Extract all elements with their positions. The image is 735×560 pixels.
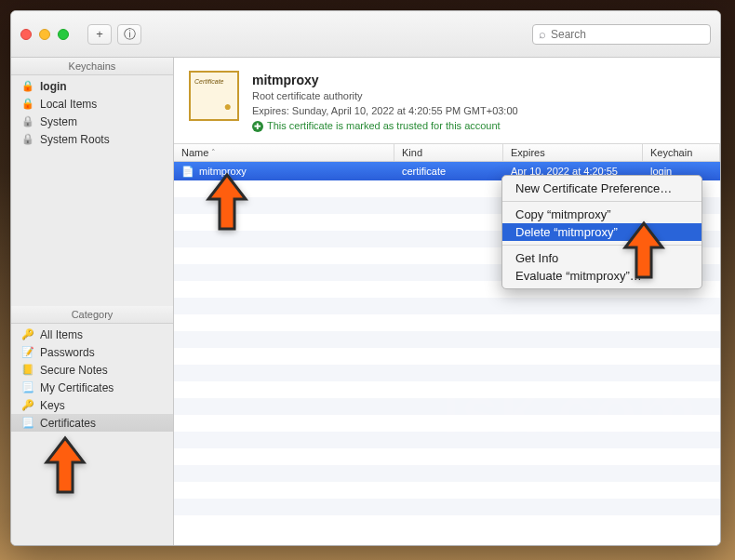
column-header-keychain[interactable]: Keychain [643, 144, 720, 161]
category-label: Secure Notes [40, 364, 108, 377]
keychain-system-roots[interactable]: System Roots [11, 130, 173, 148]
lock-icon [20, 114, 34, 128]
keychain-label: System [40, 115, 77, 128]
window-minimize-button[interactable] [39, 29, 50, 40]
category-passwords[interactable]: Passwords [11, 343, 173, 361]
cert-icon [20, 416, 34, 430]
category-certificates[interactable]: Certificates [11, 414, 173, 432]
lock-icon [20, 132, 34, 146]
sort-indicator-icon: ˄ [211, 148, 216, 157]
menu-separator [502, 201, 702, 202]
column-header-name[interactable]: Name˄ [174, 144, 394, 161]
category-label: My Certificates [40, 381, 114, 394]
category-my-certificates[interactable]: My Certificates [11, 379, 173, 396]
column-header-expires[interactable]: Expires [503, 144, 643, 161]
keychain-local-items[interactable]: Local Items [11, 95, 173, 113]
row-kind: certificate [402, 166, 446, 177]
titlebar: + ⓘ ⌕ [11, 11, 720, 58]
items-icon [20, 327, 34, 341]
category-label: All Items [40, 328, 83, 341]
annotation-arrow-icon [203, 171, 251, 234]
column-header-kind[interactable]: Kind [394, 144, 503, 161]
keychain-access-window: + ⓘ ⌕ Keychains login Local Items System… [10, 10, 721, 546]
sidebar: Keychains login Local Items System Syste… [11, 58, 174, 545]
keychain-system[interactable]: System [11, 113, 173, 130]
context-menu-evaluate[interactable]: Evaluate “mitmproxy”… [502, 267, 702, 285]
certificate-badge-icon [189, 71, 239, 121]
context-menu-new-preference[interactable]: New Certificate Preference… [502, 180, 702, 197]
menu-separator [502, 245, 702, 246]
window-zoom-button[interactable] [58, 29, 69, 40]
context-menu-delete[interactable]: Delete “mitmproxy” [502, 223, 702, 241]
context-menu: New Certificate Preference… Copy “mitmpr… [501, 175, 702, 289]
search-field-container[interactable]: ⌕ [532, 24, 711, 45]
keychains-header: Keychains [11, 58, 173, 75]
info-icon: ⓘ [124, 26, 136, 43]
certificate-details-panel: mitmproxy Root certificate authority Exp… [174, 58, 720, 144]
search-input[interactable] [551, 28, 704, 41]
plus-icon: + [96, 27, 103, 41]
keychain-label: System Roots [40, 133, 110, 146]
category-label: Certificates [40, 417, 96, 430]
search-icon: ⌕ [539, 27, 546, 41]
traffic-lights [20, 29, 69, 40]
window-close-button[interactable] [20, 29, 32, 40]
annotation-arrow-icon [620, 220, 668, 283]
certificate-row-icon [181, 166, 194, 178]
keychains-list: login Local Items System System Roots [11, 75, 173, 150]
main-panel: mitmproxy Root certificate authority Exp… [174, 58, 720, 545]
table-header-row: Name˄ Kind Expires Keychain [174, 144, 720, 162]
keychain-label: Local Items [40, 98, 97, 111]
category-all-items[interactable]: All Items [11, 326, 173, 343]
passwords-icon [20, 345, 34, 359]
category-list: All Items Passwords Secure Notes My Cert… [11, 324, 173, 433]
category-keys[interactable]: Keys [11, 396, 173, 414]
context-menu-copy[interactable]: Copy “mitmproxy” [502, 206, 702, 223]
notes-icon [20, 363, 34, 377]
context-menu-get-info[interactable]: Get Info [502, 249, 702, 267]
certificate-trust-status: This certificate is marked as trusted fo… [252, 119, 518, 134]
certificate-authority: Root certificate authority [252, 89, 518, 104]
annotation-arrow-icon [41, 434, 89, 498]
toolbar-info-button[interactable]: ⓘ [117, 24, 141, 45]
certificate-name: mitmproxy [252, 71, 518, 89]
category-label: Passwords [40, 346, 95, 359]
lock-icon [20, 97, 34, 111]
toolbar-add-button[interactable]: + [87, 24, 112, 45]
keychain-login[interactable]: login [11, 77, 173, 95]
category-label: Keys [40, 399, 65, 412]
cert-icon [20, 380, 34, 394]
keychain-label: login [40, 80, 67, 93]
lock-icon [20, 79, 34, 93]
category-header: Category [11, 306, 173, 324]
key-icon [20, 398, 34, 412]
category-secure-notes[interactable]: Secure Notes [11, 361, 173, 379]
certificate-expires: Expires: Sunday, April 10, 2022 at 4:20:… [252, 104, 518, 119]
certificate-info: mitmproxy Root certificate authority Exp… [252, 71, 518, 134]
